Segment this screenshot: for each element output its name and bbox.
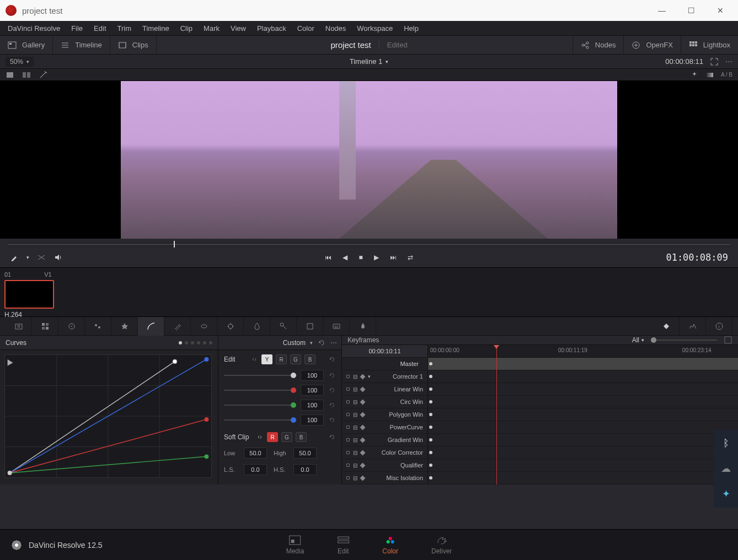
- curves-page-dots[interactable]: [179, 341, 212, 344]
- link-icon[interactable]: [250, 355, 258, 364]
- openfx-toggle[interactable]: OpenFX: [623, 36, 680, 54]
- transport-timecode[interactable]: 01:00:08:09: [666, 252, 728, 263]
- color-wheels-palette[interactable]: [58, 317, 85, 336]
- keyframe-playhead[interactable]: [496, 345, 497, 484]
- menu-help[interactable]: Help: [398, 22, 424, 35]
- viewer-scrubber[interactable]: [8, 241, 730, 247]
- sparkles-icon[interactable]: [690, 71, 699, 79]
- sizing-palette[interactable]: [297, 317, 323, 336]
- keyframe-track-row[interactable]: ⊟▾Corrector 1: [342, 370, 427, 383]
- menu-timeline[interactable]: Timeline: [137, 22, 175, 35]
- menu-view[interactable]: View: [225, 22, 252, 35]
- clips-toggle[interactable]: Clips: [110, 36, 157, 54]
- wand-icon[interactable]: [39, 71, 47, 79]
- channel-y-button[interactable]: Y: [261, 354, 272, 364]
- gradient-icon[interactable]: [705, 71, 714, 79]
- menu-mark[interactable]: Mark: [198, 22, 225, 35]
- keyframe-track-row[interactable]: ⊟Color Corrector: [342, 446, 427, 459]
- keyframe-track[interactable]: [428, 459, 738, 472]
- keyframe-track-row[interactable]: ⊟Linear Win: [342, 383, 427, 396]
- channel-r-button[interactable]: R: [276, 354, 287, 364]
- keyframe-track[interactable]: [428, 408, 738, 421]
- channel-g-button[interactable]: G: [290, 354, 301, 364]
- keyframe-zoom-slider[interactable]: [651, 340, 717, 341]
- dual-view-icon[interactable]: [22, 71, 31, 79]
- keyframe-track-row[interactable]: ⊟Qualifier: [342, 459, 427, 472]
- first-frame-button[interactable]: ⏮: [325, 254, 331, 261]
- cloud-icon[interactable]: ☁: [721, 462, 731, 475]
- channel-slider[interactable]: [224, 405, 296, 406]
- keyframe-track[interactable]: [428, 396, 738, 408]
- keyframe-track-row[interactable]: ⊟Gradient Win: [342, 434, 427, 446]
- lightbox-toggle[interactable]: Lightbox: [681, 36, 738, 54]
- audio-icon[interactable]: [54, 253, 62, 262]
- reset-icon[interactable]: [317, 338, 326, 347]
- minimize-button[interactable]: —: [658, 6, 666, 15]
- keyframes-filter[interactable]: All ▾: [632, 336, 644, 344]
- prev-frame-button[interactable]: ◀: [343, 254, 347, 261]
- ls-value[interactable]: 0.0: [244, 464, 267, 475]
- nodes-toggle[interactable]: Nodes: [573, 36, 624, 54]
- bird-icon[interactable]: ✦: [722, 488, 730, 500]
- key-palette[interactable]: [270, 317, 297, 336]
- last-frame-button[interactable]: ⏭: [390, 254, 397, 261]
- keyframe-marker[interactable]: [429, 375, 432, 378]
- keyframe-marker[interactable]: [429, 438, 432, 441]
- scopes-icon[interactable]: [680, 317, 706, 336]
- viewer-timecode[interactable]: 00:00:08:11: [665, 57, 703, 66]
- timeline-toggle[interactable]: Timeline: [53, 36, 110, 54]
- menu-clip[interactable]: Clip: [175, 22, 198, 35]
- channel-value[interactable]: 100: [301, 414, 324, 426]
- channel-b-button[interactable]: B: [304, 354, 315, 364]
- blur-palette[interactable]: [244, 317, 270, 336]
- menu-nodes[interactable]: Nodes: [320, 22, 352, 35]
- channel-slider[interactable]: [224, 390, 296, 391]
- channel-value[interactable]: 100: [301, 385, 324, 396]
- keyframe-marker[interactable]: [429, 362, 432, 365]
- softclip-r-button[interactable]: R: [267, 432, 278, 442]
- keyframe-marker[interactable]: [429, 426, 432, 429]
- data-burn-palette[interactable]: [350, 317, 376, 336]
- keyframe-marker[interactable]: [429, 451, 432, 454]
- primary-bars-palette[interactable]: [85, 317, 111, 336]
- softclip-b-button[interactable]: B: [296, 432, 307, 442]
- curves-palette[interactable]: [138, 317, 164, 336]
- hs-value[interactable]: 0.0: [293, 464, 317, 475]
- keyframe-track-row[interactable]: ⊟Circ Win: [342, 396, 427, 408]
- channel-value[interactable]: 100: [301, 400, 324, 411]
- curves-mode[interactable]: Custom: [283, 339, 306, 347]
- channel-slider[interactable]: [224, 375, 296, 376]
- keyframe-marker[interactable]: [429, 400, 432, 403]
- color-picker-icon[interactable]: [10, 253, 19, 262]
- shuffle-icon[interactable]: [37, 253, 46, 262]
- keyframe-track-row[interactable]: ⊟PowerCurve: [342, 421, 427, 434]
- more-icon[interactable]: ⋯: [725, 57, 732, 66]
- keyframe-mode-icon[interactable]: [653, 317, 680, 336]
- expand-icon[interactable]: [724, 336, 732, 344]
- close-button[interactable]: ✕: [717, 6, 724, 15]
- menu-workspace[interactable]: Workspace: [351, 22, 398, 35]
- reset-icon[interactable]: [328, 386, 336, 395]
- tracking-palette[interactable]: [217, 317, 244, 336]
- gallery-toggle[interactable]: Gallery: [0, 36, 53, 54]
- timeline-selector[interactable]: Timeline 1 ▾: [350, 57, 388, 66]
- keyframe-marker[interactable]: [429, 413, 432, 416]
- menu-file[interactable]: File: [66, 22, 88, 35]
- keyframe-track[interactable]: [428, 421, 738, 434]
- play-button[interactable]: ▶: [374, 254, 379, 261]
- keyframe-track[interactable]: [428, 434, 738, 446]
- curves-graph[interactable]: [4, 354, 212, 478]
- menu-trim[interactable]: Trim: [112, 22, 137, 35]
- loop-button[interactable]: ⇄: [408, 254, 413, 261]
- bluetooth-icon[interactable]: ᛒ: [723, 438, 729, 449]
- preview-image[interactable]: [121, 81, 617, 239]
- keyframe-track[interactable]: [428, 370, 738, 383]
- reset-icon[interactable]: [328, 401, 336, 410]
- keyframe-ruler[interactable]: 00:00:00:00 00:00:11:19 00:00:23:14: [428, 345, 738, 358]
- keyframe-track-row[interactable]: ⊟Misc Isolation: [342, 472, 427, 484]
- keyframe-track[interactable]: [428, 446, 738, 459]
- high-value[interactable]: 50.0: [293, 448, 317, 459]
- color-page-button[interactable]: Color: [382, 535, 398, 555]
- camera-raw-palette[interactable]: [6, 317, 32, 336]
- keyframe-marker[interactable]: [429, 464, 432, 467]
